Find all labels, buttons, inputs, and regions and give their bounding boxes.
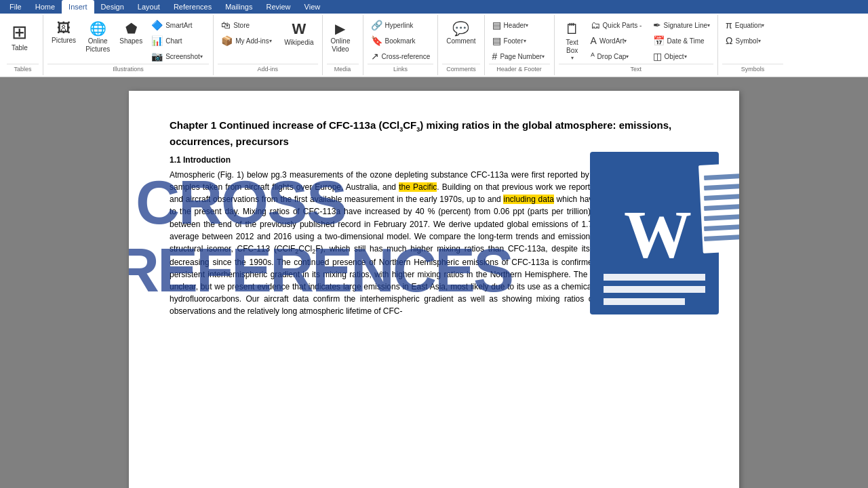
date-time-label: Date & Time (667, 37, 705, 45)
drop-cap-button[interactable]: ᴬ Drop Cap ▾ (587, 49, 648, 64)
text-box-button[interactable]: 🗒 TextBox ▾ (559, 18, 586, 64)
signature-line-label: Signature Line (664, 22, 708, 29)
online-pictures-button[interactable]: 🌐 OnlinePictures (81, 18, 114, 56)
store-button[interactable]: 🛍 Store (218, 18, 279, 33)
header-label: Header (504, 22, 526, 29)
group-tables: ⊞ Table Tables (3, 15, 43, 75)
shapes-label: Shapes (119, 37, 142, 45)
pictures-button[interactable]: 🖼 Pictures (47, 18, 80, 47)
text-box-arrow: ▾ (571, 55, 574, 61)
hyperlink-button[interactable]: 🔗 Hyperlink (368, 18, 434, 33)
online-video-label: OnlineVideo (331, 37, 351, 54)
equation-button[interactable]: π Equation ▾ (722, 18, 783, 33)
table-label: Table (12, 44, 28, 52)
tab-view[interactable]: View (298, 0, 328, 14)
ribbon-tab-bar: File Home Insert Design Layout Reference… (0, 0, 868, 14)
chart-label: Chart (165, 37, 182, 45)
cross-reference-icon: ↗ (371, 51, 379, 62)
group-text: 🗒 TextBox ▾ 🗂 Quick Parts - A WordArt ▾ (555, 15, 719, 75)
header-icon: ▤ (492, 20, 501, 30)
quick-parts-icon: 🗂 (591, 20, 600, 30)
tab-insert[interactable]: Insert (62, 0, 94, 14)
header-button[interactable]: ▤ Header ▾ (489, 18, 550, 33)
tab-mailings[interactable]: Mailings (218, 0, 259, 14)
comment-icon: 💬 (452, 20, 469, 37)
group-symbols-label: Symbols (722, 64, 783, 74)
tab-design[interactable]: Design (94, 0, 131, 14)
document-title: Chapter 1 Continued increase of CFC-113a… (170, 118, 698, 148)
object-arrow: ▾ (684, 54, 687, 60)
hyperlink-label: Hyperlink (385, 22, 414, 29)
myadd-ins-label: My Add-ins (235, 37, 269, 45)
date-time-icon: 📅 (653, 35, 665, 46)
footer-label: Footer (504, 37, 524, 45)
online-pictures-icon: 🌐 (90, 20, 106, 37)
table-button[interactable]: ⊞ Table (7, 18, 33, 55)
shapes-button[interactable]: ⬟ Shapes (115, 18, 146, 48)
symbol-button[interactable]: Ω Symbol ▾ (722, 33, 783, 48)
tab-references[interactable]: References (167, 0, 218, 14)
text-col: 🗂 Quick Parts - A WordArt ▾ ᴬ Drop Cap ▾ (587, 18, 648, 64)
wikipedia-icon: W (292, 20, 306, 38)
bookmark-icon: 🔖 (371, 35, 382, 46)
object-button[interactable]: ◫ Object ▾ (650, 49, 714, 64)
date-time-button[interactable]: 📅 Date & Time (650, 33, 714, 48)
cross-reference-button[interactable]: ↗ Cross-reference (368, 49, 434, 64)
group-tables-label: Tables (7, 64, 39, 74)
text-box-icon: 🗒 (565, 20, 580, 38)
object-icon: ◫ (653, 51, 662, 62)
wordart-label: WordArt (599, 37, 625, 45)
online-pictures-label: OnlinePictures (85, 37, 110, 54)
signature-line-button[interactable]: ✒ Signature Line ▾ (650, 18, 714, 33)
group-text-label: Text (559, 64, 714, 74)
pictures-label: Pictures (52, 37, 76, 45)
signature-line-arrow: ▾ (707, 22, 710, 28)
quick-parts-label: Quick Parts - (603, 22, 642, 29)
tab-file[interactable]: File (3, 0, 28, 14)
quick-parts-button[interactable]: 🗂 Quick Parts - (587, 18, 648, 33)
svg-rect-6 (704, 173, 739, 180)
myadd-ins-button[interactable]: 📦 My Add-ins ▾ (218, 33, 279, 48)
bookmark-button[interactable]: 🔖 Bookmark (368, 33, 434, 48)
screenshot-button[interactable]: 📷 Screenshot ▾ (148, 49, 209, 64)
group-illustrations-label: Illustrations (47, 64, 209, 74)
smartart-label: SmartArt (165, 22, 192, 29)
tab-home[interactable]: Home (28, 0, 62, 14)
group-hf-label: Header & Footer (489, 64, 550, 74)
chart-button[interactable]: 📊 Chart (148, 33, 209, 48)
hyperlink-icon: 🔗 (371, 20, 382, 30)
bookmark-label: Bookmark (385, 37, 416, 45)
smartart-button[interactable]: 🔷 SmartArt (148, 18, 209, 33)
illustrations-col: 🔷 SmartArt 📊 Chart 📷 Screenshot ▾ (148, 18, 209, 64)
group-addins: 🛍 Store 📦 My Add-ins ▾ W Wikipedia Add-i… (214, 15, 322, 75)
tab-review[interactable]: Review (260, 0, 298, 14)
svg-rect-8 (704, 193, 739, 201)
comment-button[interactable]: 💬 Comment (442, 18, 479, 48)
group-symbols: π Equation ▾ Ω Symbol ▾ Symbols (718, 15, 787, 75)
comment-label: Comment (446, 37, 475, 45)
svg-rect-11 (704, 224, 739, 231)
equation-label: Equation (735, 22, 762, 29)
highlight-2: including data (503, 195, 553, 204)
footer-icon: ▤ (492, 35, 501, 46)
wordart-arrow: ▾ (624, 38, 627, 44)
object-label: Object (665, 53, 684, 60)
wikipedia-button[interactable]: W Wikipedia (280, 18, 317, 49)
footer-button[interactable]: ▤ Footer ▾ (489, 33, 550, 48)
pictures-icon: 🖼 (57, 20, 71, 36)
tab-layout[interactable]: Layout (131, 0, 167, 14)
wordart-button[interactable]: A WordArt ▾ (587, 33, 648, 48)
shapes-icon: ⬟ (125, 20, 137, 37)
svg-rect-10 (704, 214, 739, 221)
ribbon-bar: ⊞ Table Tables 🖼 Pictures 🌐 OnlinePictur… (0, 14, 868, 77)
group-header-footer: ▤ Header ▾ ▤ Footer ▾ # Page Number ▾ (485, 15, 555, 75)
wikipedia-label: Wikipedia (284, 39, 313, 47)
myadd-ins-icon: 📦 (221, 35, 233, 46)
online-video-button[interactable]: ▶ OnlineVideo (327, 18, 355, 56)
group-links-label: Links (368, 64, 434, 74)
screenshot-arrow: ▾ (200, 54, 203, 60)
group-illustrations: 🖼 Pictures 🌐 OnlinePictures ⬟ Shapes 🔷 S… (43, 15, 214, 75)
group-links: 🔗 Hyperlink 🔖 Bookmark ↗ Cross-reference… (363, 15, 439, 75)
page-number-button[interactable]: # Page Number ▾ (489, 49, 550, 64)
document-body: Atmospheric (Fig. 1) below pg.3 measurem… (170, 169, 698, 318)
